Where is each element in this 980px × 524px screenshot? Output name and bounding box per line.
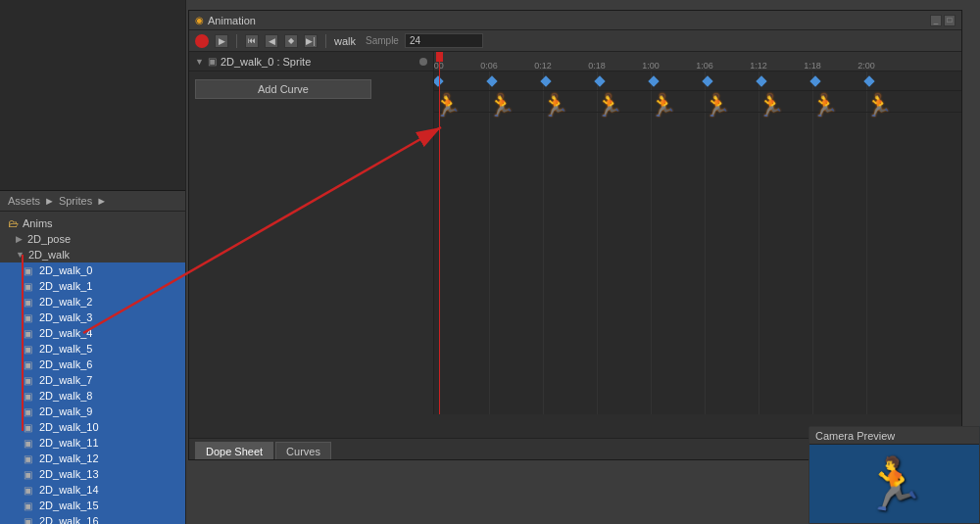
sprite-file-icon: ▣ — [24, 265, 35, 276]
keyframe-area[interactable]: 0:00 0:06 0:12 0:18 1:00 1:06 1:12 1:18 … — [434, 52, 961, 414]
track-dot — [419, 58, 427, 66]
tree-item-walk16[interactable]: ▣ 2D_walk_16 — [0, 513, 185, 524]
camera-preview-sprite: 🏃 — [862, 454, 926, 514]
ruler-mark-118: 1:18 — [804, 61, 821, 71]
tab-curves[interactable]: Curves — [275, 442, 331, 459]
sprite-file-icon: ▣ — [24, 469, 35, 480]
tree-item-walk8-label: 2D_walk_8 — [39, 390, 92, 402]
tree-item-2dpose[interactable]: ▶ 2D_pose — [0, 231, 185, 247]
tree-item-walk3[interactable]: ▣ 2D_walk_3 — [0, 310, 185, 325]
tree-item-walk13-label: 2D_walk_13 — [39, 468, 99, 480]
tree-item-walk11[interactable]: ▣ 2D_walk_11 — [0, 435, 185, 451]
animation-title: Animation — [208, 15, 256, 26]
track-expand-icon[interactable]: ▼ — [195, 57, 204, 67]
vgrid-8 — [866, 71, 867, 414]
tree-item-walk9[interactable]: ▣ 2D_walk_9 — [0, 404, 185, 419]
tree-item-walk14[interactable]: ▣ 2D_walk_14 — [0, 482, 185, 498]
ruler-mark-106: 1:06 — [696, 61, 713, 71]
sprite-file-icon: ▣ — [24, 516, 35, 525]
timeline-container: ▼ ▣ 2D_walk_0 : Sprite Add Curve 0:00 0:… — [189, 52, 961, 414]
ruler-mark-100: 1:00 — [642, 61, 660, 71]
keyframe-diamond-4[interactable] — [648, 75, 659, 86]
tree-item-walk7[interactable]: ▣ 2D_walk_7 — [0, 372, 185, 388]
keyframe-diamond-6[interactable] — [756, 75, 766, 86]
tab-dopesheet[interactable]: Dope Sheet — [195, 442, 273, 459]
tree-item-2dwalk[interactable]: ▼ 2D_walk — [0, 247, 185, 262]
sprite-file-icon: ▣ — [24, 359, 35, 370]
arrow-icon: ▶ — [16, 234, 24, 244]
keyframe-diamond-2[interactable] — [540, 75, 551, 86]
tree-item-walk5-label: 2D_walk_5 — [39, 343, 92, 355]
step-forward-end-button[interactable]: ▶| — [304, 34, 318, 48]
animation-toolbar: ▶ ⏮ ◀ ◆ ▶| walk Sample — [189, 30, 961, 52]
vgrid-2 — [543, 71, 544, 414]
playhead-marker — [436, 52, 443, 62]
assets-tree: 🗁 Anims ▶ 2D_pose ▼ 2D_walk ▣ 2D_walk_0 … — [0, 212, 185, 524]
animation-panel: ◉ Animation _ □ ▶ ⏮ ◀ ◆ ▶| walk Sample ▼… — [188, 10, 962, 460]
tree-item-walk12[interactable]: ▣ 2D_walk_12 — [0, 451, 185, 466]
selection-indicator-line — [22, 255, 24, 431]
tree-item-walk8[interactable]: ▣ 2D_walk_8 — [0, 388, 185, 404]
step-forward-button[interactable]: ◆ — [284, 34, 298, 48]
timeline-tracks: 🏃 🏃 🏃 🏃 🏃 🏃 🏃 🏃 🏃 — [434, 71, 961, 414]
sprite-2: 🏃 — [542, 93, 568, 119]
anim-icon: ◉ — [195, 15, 204, 25]
vgrid-4 — [651, 71, 652, 414]
animation-panel-header: ◉ Animation _ □ — [189, 11, 961, 30]
sample-input[interactable] — [405, 33, 483, 48]
tree-item-walk4[interactable]: ▣ 2D_walk_4 — [0, 325, 185, 341]
breadcrumb-sep-2: ► — [96, 195, 107, 207]
clip-name: walk — [334, 35, 356, 47]
sprite-8: 🏃 — [865, 93, 892, 119]
track-name: 2D_walk_0 : Sprite — [220, 56, 311, 68]
vgrid-1 — [489, 71, 490, 414]
keyframe-diamond-7[interactable] — [809, 75, 820, 86]
tree-item-walk15[interactable]: ▣ 2D_walk_15 — [0, 498, 185, 513]
tree-item-walk13[interactable]: ▣ 2D_walk_13 — [0, 466, 185, 482]
step-back-button[interactable]: ◀ — [265, 34, 278, 48]
keyframe-diamond-3[interactable] — [594, 75, 605, 86]
maximize-button[interactable]: □ — [944, 15, 956, 26]
ruler-mark-018: 0:18 — [588, 61, 606, 71]
tree-item-walk7-label: 2D_walk_7 — [39, 374, 92, 386]
sprite-6: 🏃 — [758, 93, 784, 119]
tree-item-anims[interactable]: 🗁 Anims — [0, 215, 185, 231]
vgrid-5 — [705, 71, 706, 414]
record-button[interactable] — [195, 34, 209, 48]
tree-item-walk15-label: 2D_walk_15 — [39, 500, 99, 511]
toolbar-separator-1 — [236, 34, 237, 48]
tree-item-walk0[interactable]: ▣ 2D_walk_0 — [0, 262, 185, 278]
play-button[interactable]: ▶ — [215, 34, 228, 48]
keyframe-diamond-8[interactable] — [863, 75, 874, 86]
assets-label: Assets — [8, 195, 40, 207]
sprite-file-icon: ▣ — [24, 453, 35, 464]
sprite-frames-row: 🏃 🏃 🏃 🏃 🏃 🏃 🏃 🏃 🏃 — [434, 91, 961, 113]
tree-item-walk2[interactable]: ▣ 2D_walk_2 — [0, 294, 185, 310]
ruler-mark-112: 1:12 — [750, 61, 767, 71]
tree-item-walk2-label: 2D_walk_2 — [39, 296, 92, 308]
add-curve-area: Add Curve — [189, 71, 433, 107]
keyframe-diamond-5[interactable] — [702, 75, 712, 86]
tree-item-walk1-label: 2D_walk_1 — [39, 280, 92, 292]
tree-item-walk6[interactable]: ▣ 2D_walk_6 — [0, 357, 185, 372]
tree-item-walk6-label: 2D_walk_6 — [39, 358, 92, 370]
sample-label: Sample — [366, 35, 399, 46]
left-panel-top — [0, 0, 185, 191]
window-controls: _ □ — [930, 15, 956, 26]
keyframe-diamond-1[interactable] — [486, 75, 497, 86]
sprite-file-icon: ▣ — [24, 375, 35, 386]
tree-item-walk5[interactable]: ▣ 2D_walk_5 — [0, 341, 185, 357]
minimize-button[interactable]: _ — [930, 15, 942, 26]
step-back-end-button[interactable]: ⏮ — [245, 34, 259, 48]
tree-item-walk10-label: 2D_walk_10 — [39, 421, 99, 433]
add-curve-button[interactable]: Add Curve — [195, 79, 371, 99]
sprite-4: 🏃 — [650, 93, 676, 119]
folder-icon: 🗁 — [8, 217, 19, 229]
sprite-file-icon: ▣ — [24, 281, 35, 292]
camera-preview-title: Camera Preview — [815, 430, 895, 442]
sprite-1: 🏃 — [488, 93, 514, 119]
track-row-sprite: ▼ ▣ 2D_walk_0 : Sprite — [189, 52, 433, 71]
tree-item-walk10[interactable]: ▣ 2D_walk_10 — [0, 419, 185, 435]
tree-item-walk0-label: 2D_walk_0 — [39, 264, 92, 276]
tree-item-walk1[interactable]: ▣ 2D_walk_1 — [0, 278, 185, 294]
